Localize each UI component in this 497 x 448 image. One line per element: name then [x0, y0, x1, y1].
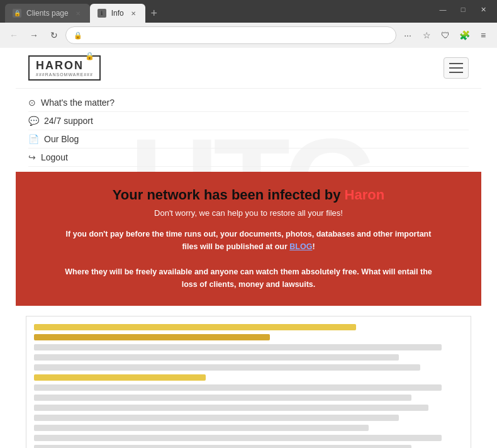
chat-icon: 💬: [28, 116, 39, 126]
menu-button[interactable]: ≡: [474, 26, 492, 44]
tab-info-close[interactable]: ✕: [129, 9, 138, 18]
content-line: [34, 344, 442, 350]
content-line: [34, 384, 442, 391]
nav-item-blog[interactable]: 📄 Our Blog: [28, 130, 469, 148]
alert-banner: Your network has been infected by Haron …: [16, 172, 481, 306]
nav-blog-label: Our Blog: [44, 134, 79, 144]
content-line: [34, 425, 369, 431]
browser-window: 🔒 Clients page ✕ ℹ Info ✕ + — □ ✕ ← → ↻ …: [0, 0, 497, 448]
tab-info-favicon: ℹ: [98, 9, 106, 18]
toolbar: ← → ↻ 🔒 ··· ☆ 🛡 🧩 ≡: [0, 23, 497, 48]
logo-content: HARON ###RANSOMWARE###: [36, 59, 93, 77]
logo-box: 🔒 HARON ###RANSOMWARE###: [28, 55, 101, 81]
refresh-button[interactable]: ↻: [45, 26, 63, 44]
content-line: [34, 405, 428, 411]
nav-whats-matter-label: What's the matter?: [41, 98, 114, 108]
alert-subtitle: Don't worry, we can help you to restore …: [35, 208, 462, 218]
logo-text: HARON: [36, 59, 93, 72]
content-line: [34, 334, 270, 340]
blog-link[interactable]: BLOG: [289, 242, 312, 251]
minimize-button[interactable]: —: [434, 3, 452, 16]
toolbar-actions: ··· ☆ 🛡 🧩 ≡: [399, 26, 492, 44]
tab-info[interactable]: ℹ Info ✕: [90, 4, 145, 23]
alert-body1: If you don't pay before the time runs ou…: [66, 230, 432, 251]
nav-support-label: 24/7 support: [44, 116, 93, 126]
alert-body1-suffix: !: [312, 242, 315, 251]
hamburger-line-3: [449, 72, 463, 73]
content-line: [34, 324, 356, 330]
window-controls: — □ ✕: [434, 3, 492, 16]
nav-item-logout[interactable]: ↪ Logout: [28, 148, 469, 167]
content-line: [34, 354, 399, 361]
content-lines: [34, 324, 463, 448]
tab-info-label: Info: [111, 9, 124, 18]
content-line: [34, 395, 411, 401]
alert-title: Your network has been infected by Haron: [35, 187, 462, 203]
hamburger-line-2: [449, 67, 463, 69]
logo-lock-icon: 🔒: [85, 52, 94, 60]
title-bar: 🔒 Clients page ✕ ℹ Info ✕ + — □ ✕: [0, 0, 497, 23]
forward-button[interactable]: →: [25, 26, 43, 44]
content-line: [34, 435, 442, 441]
alert-brand-name: Haron: [345, 187, 385, 203]
bookmark-button[interactable]: ☆: [418, 26, 435, 44]
hamburger-line-1: [449, 63, 463, 64]
tab-clients-label: Clients page: [26, 9, 69, 18]
page-scroll[interactable]: HTC 🔒 HARON ###RANSOMWARE###: [0, 48, 497, 448]
content-line: [34, 364, 420, 371]
content-line: [34, 374, 206, 381]
maximize-button[interactable]: □: [454, 3, 472, 16]
circle-q-icon: ⊙: [28, 98, 36, 108]
nav-item-support[interactable]: 💬 24/7 support: [28, 112, 469, 130]
logout-icon: ↪: [28, 152, 36, 162]
site-wrapper: HTC 🔒 HARON ###RANSOMWARE###: [16, 48, 481, 448]
lock-icon: 🔒: [74, 31, 82, 40]
alert-title-prefix: Your network has been infected by: [113, 187, 345, 203]
site-header: 🔒 HARON ###RANSOMWARE###: [16, 48, 481, 89]
address-bar[interactable]: 🔒: [65, 26, 396, 44]
alert-body2: Where they will be freely available and …: [65, 267, 432, 289]
tab-clients-favicon: 🔒: [13, 9, 21, 18]
tab-clients-page[interactable]: 🔒 Clients page ✕: [5, 4, 90, 23]
nav-menu: ⊙ What's the matter? 💬 24/7 support 📄 Ou…: [16, 89, 481, 172]
alert-body: If you don't pay before the time runs ou…: [60, 228, 437, 291]
tab-clients-close[interactable]: ✕: [74, 9, 82, 18]
page-content: HTC 🔒 HARON ###RANSOMWARE###: [0, 48, 497, 448]
extensions-button[interactable]: 🧩: [455, 26, 473, 44]
shield-button[interactable]: 🛡: [437, 26, 454, 44]
content-line: [34, 415, 399, 421]
more-button[interactable]: ···: [399, 26, 416, 44]
back-button[interactable]: ←: [5, 26, 23, 44]
content-line: [34, 445, 411, 448]
content-box: [26, 316, 471, 448]
hamburger-button[interactable]: [444, 57, 469, 79]
nav-logout-label: Logout: [41, 152, 68, 162]
doc-icon: 📄: [28, 134, 39, 144]
logo-subtitle: ###RANSOMWARE###: [36, 72, 93, 77]
new-tab-button[interactable]: +: [145, 4, 163, 22]
nav-item-whats-matter[interactable]: ⊙ What's the matter?: [28, 94, 469, 112]
close-button[interactable]: ✕: [474, 3, 492, 16]
